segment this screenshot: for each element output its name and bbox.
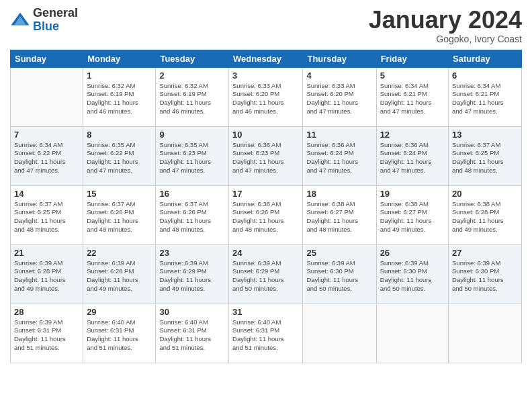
calendar-week-row: 14Sunrise: 6:37 AM Sunset: 6:25 PM Dayli…	[11, 185, 522, 244]
table-row: 17Sunrise: 6:38 AM Sunset: 6:26 PM Dayli…	[229, 185, 303, 244]
table-row	[449, 304, 522, 363]
day-info: Sunrise: 6:39 AM Sunset: 6:29 PM Dayligh…	[159, 259, 225, 293]
table-row	[376, 304, 448, 363]
day-number: 6	[452, 71, 518, 81]
day-info: Sunrise: 6:33 AM Sunset: 6:20 PM Dayligh…	[306, 82, 372, 116]
location-subtitle: Gogoko, Ivory Coast	[369, 34, 522, 44]
day-number: 11	[306, 130, 372, 140]
day-number: 24	[232, 248, 299, 258]
table-row: 21Sunrise: 6:39 AM Sunset: 6:28 PM Dayli…	[11, 244, 83, 304]
table-row: 9Sunrise: 6:35 AM Sunset: 6:23 PM Daylig…	[156, 126, 229, 185]
table-row: 31Sunrise: 6:40 AM Sunset: 6:31 PM Dayli…	[229, 304, 303, 363]
day-info: Sunrise: 6:39 AM Sunset: 6:29 PM Dayligh…	[232, 259, 299, 293]
table-row	[11, 67, 83, 126]
day-number: 30	[159, 307, 225, 317]
table-row: 25Sunrise: 6:39 AM Sunset: 6:30 PM Dayli…	[303, 244, 376, 304]
day-number: 5	[380, 71, 445, 81]
title-block: January 2024 Gogoko, Ivory Coast	[369, 7, 522, 44]
day-number: 9	[159, 130, 225, 140]
day-info: Sunrise: 6:33 AM Sunset: 6:20 PM Dayligh…	[232, 82, 299, 116]
table-row: 13Sunrise: 6:37 AM Sunset: 6:25 PM Dayli…	[449, 126, 522, 185]
day-info: Sunrise: 6:36 AM Sunset: 6:24 PM Dayligh…	[306, 141, 372, 175]
header-saturday: Saturday	[449, 50, 522, 67]
table-row: 29Sunrise: 6:40 AM Sunset: 6:31 PM Dayli…	[83, 304, 156, 363]
day-number: 28	[14, 307, 79, 317]
table-row: 18Sunrise: 6:38 AM Sunset: 6:27 PM Dayli…	[303, 185, 376, 244]
calendar-week-row: 7Sunrise: 6:34 AM Sunset: 6:22 PM Daylig…	[11, 126, 522, 185]
day-number: 1	[87, 71, 152, 81]
day-info: Sunrise: 6:35 AM Sunset: 6:22 PM Dayligh…	[87, 141, 152, 175]
table-row: 1Sunrise: 6:32 AM Sunset: 6:19 PM Daylig…	[83, 67, 156, 126]
calendar-week-row: 21Sunrise: 6:39 AM Sunset: 6:28 PM Dayli…	[11, 244, 522, 304]
table-row: 10Sunrise: 6:36 AM Sunset: 6:23 PM Dayli…	[229, 126, 303, 185]
day-number: 21	[14, 248, 79, 258]
table-row: 15Sunrise: 6:37 AM Sunset: 6:26 PM Dayli…	[83, 185, 156, 244]
day-info: Sunrise: 6:37 AM Sunset: 6:25 PM Dayligh…	[452, 141, 518, 175]
calendar-week-row: 1Sunrise: 6:32 AM Sunset: 6:19 PM Daylig…	[11, 67, 522, 126]
day-info: Sunrise: 6:37 AM Sunset: 6:26 PM Dayligh…	[159, 200, 225, 234]
logo-icon	[10, 10, 30, 30]
table-row: 14Sunrise: 6:37 AM Sunset: 6:25 PM Dayli…	[11, 185, 83, 244]
day-info: Sunrise: 6:40 AM Sunset: 6:31 PM Dayligh…	[87, 318, 152, 353]
table-row: 22Sunrise: 6:39 AM Sunset: 6:28 PM Dayli…	[83, 244, 156, 304]
day-number: 4	[306, 71, 372, 81]
logo-general: General	[33, 7, 78, 20]
table-row: 2Sunrise: 6:32 AM Sunset: 6:19 PM Daylig…	[156, 67, 229, 126]
day-info: Sunrise: 6:39 AM Sunset: 6:30 PM Dayligh…	[452, 259, 518, 293]
table-row: 24Sunrise: 6:39 AM Sunset: 6:29 PM Dayli…	[229, 244, 303, 304]
day-info: Sunrise: 6:34 AM Sunset: 6:21 PM Dayligh…	[380, 82, 445, 116]
logo-blue: Blue	[33, 20, 78, 34]
day-number: 29	[87, 307, 152, 317]
day-info: Sunrise: 6:34 AM Sunset: 6:22 PM Dayligh…	[14, 141, 79, 175]
calendar-week-row: 28Sunrise: 6:39 AM Sunset: 6:31 PM Dayli…	[11, 304, 522, 363]
day-number: 7	[14, 130, 79, 140]
day-info: Sunrise: 6:39 AM Sunset: 6:28 PM Dayligh…	[14, 259, 79, 293]
day-number: 23	[159, 248, 225, 258]
day-number: 14	[14, 189, 79, 199]
calendar-table: Sunday Monday Tuesday Wednesday Thursday…	[10, 50, 522, 363]
table-row: 26Sunrise: 6:39 AM Sunset: 6:30 PM Dayli…	[376, 244, 448, 304]
day-info: Sunrise: 6:39 AM Sunset: 6:30 PM Dayligh…	[306, 259, 372, 293]
day-number: 17	[232, 189, 299, 199]
day-info: Sunrise: 6:34 AM Sunset: 6:21 PM Dayligh…	[452, 82, 518, 116]
day-number: 8	[87, 130, 152, 140]
day-info: Sunrise: 6:36 AM Sunset: 6:24 PM Dayligh…	[380, 141, 445, 175]
day-number: 12	[380, 130, 445, 140]
month-title: January 2024	[369, 7, 522, 34]
table-row: 4Sunrise: 6:33 AM Sunset: 6:20 PM Daylig…	[303, 67, 376, 126]
day-info: Sunrise: 6:39 AM Sunset: 6:31 PM Dayligh…	[14, 318, 79, 353]
day-info: Sunrise: 6:36 AM Sunset: 6:23 PM Dayligh…	[232, 141, 299, 175]
table-row: 19Sunrise: 6:38 AM Sunset: 6:27 PM Dayli…	[376, 185, 448, 244]
day-number: 31	[232, 307, 299, 317]
day-number: 20	[452, 189, 518, 199]
table-row: 27Sunrise: 6:39 AM Sunset: 6:30 PM Dayli…	[449, 244, 522, 304]
day-number: 19	[380, 189, 445, 199]
day-info: Sunrise: 6:38 AM Sunset: 6:27 PM Dayligh…	[306, 200, 372, 234]
table-row: 16Sunrise: 6:37 AM Sunset: 6:26 PM Dayli…	[156, 185, 229, 244]
day-info: Sunrise: 6:40 AM Sunset: 6:31 PM Dayligh…	[232, 318, 299, 353]
table-row: 3Sunrise: 6:33 AM Sunset: 6:20 PM Daylig…	[229, 67, 303, 126]
table-row: 5Sunrise: 6:34 AM Sunset: 6:21 PM Daylig…	[376, 67, 448, 126]
header: General Blue January 2024 Gogoko, Ivory …	[10, 7, 522, 44]
table-row: 30Sunrise: 6:40 AM Sunset: 6:31 PM Dayli…	[156, 304, 229, 363]
day-info: Sunrise: 6:32 AM Sunset: 6:19 PM Dayligh…	[159, 82, 225, 116]
header-wednesday: Wednesday	[229, 50, 303, 67]
page: General Blue January 2024 Gogoko, Ivory …	[0, 0, 532, 411]
table-row: 20Sunrise: 6:38 AM Sunset: 6:28 PM Dayli…	[449, 185, 522, 244]
calendar-header-row: Sunday Monday Tuesday Wednesday Thursday…	[11, 50, 522, 67]
day-number: 18	[306, 189, 372, 199]
day-number: 15	[87, 189, 152, 199]
table-row: 23Sunrise: 6:39 AM Sunset: 6:29 PM Dayli…	[156, 244, 229, 304]
day-number: 22	[87, 248, 152, 258]
header-sunday: Sunday	[11, 50, 83, 67]
table-row: 6Sunrise: 6:34 AM Sunset: 6:21 PM Daylig…	[449, 67, 522, 126]
table-row: 28Sunrise: 6:39 AM Sunset: 6:31 PM Dayli…	[11, 304, 83, 363]
table-row: 8Sunrise: 6:35 AM Sunset: 6:22 PM Daylig…	[83, 126, 156, 185]
logo-text: General Blue	[33, 7, 78, 34]
table-row: 7Sunrise: 6:34 AM Sunset: 6:22 PM Daylig…	[11, 126, 83, 185]
header-monday: Monday	[83, 50, 156, 67]
day-number: 16	[159, 189, 225, 199]
day-info: Sunrise: 6:37 AM Sunset: 6:26 PM Dayligh…	[87, 200, 152, 234]
day-info: Sunrise: 6:38 AM Sunset: 6:28 PM Dayligh…	[452, 200, 518, 234]
calendar-body: 1Sunrise: 6:32 AM Sunset: 6:19 PM Daylig…	[11, 67, 522, 363]
